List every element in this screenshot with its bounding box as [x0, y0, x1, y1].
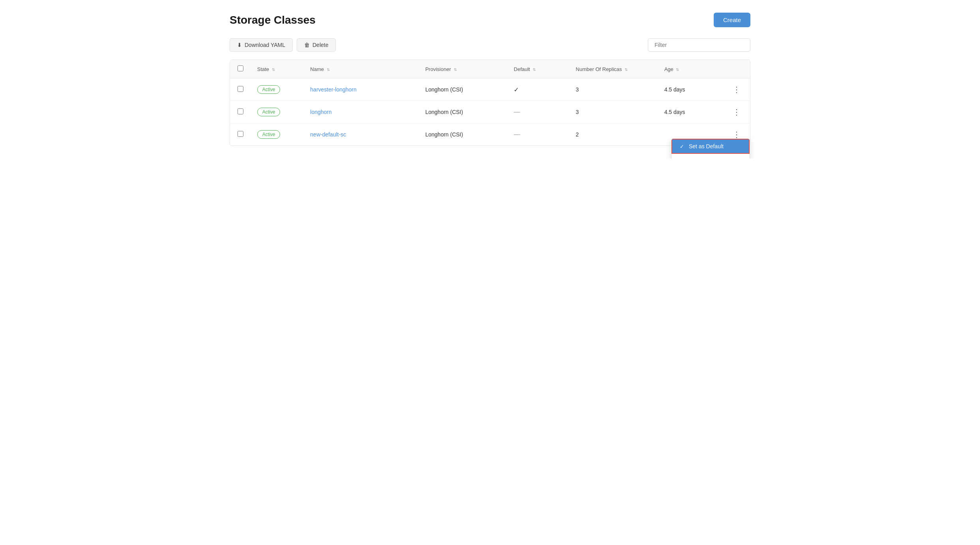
- row-actions-cell: ⋮: [720, 101, 750, 123]
- download-yaml-button[interactable]: ⬇ Download YAML: [230, 38, 293, 52]
- table-row: Active new-default-sc Longhorn (CSI) — 2: [230, 123, 750, 146]
- set-default-icon: ✓: [679, 144, 685, 149]
- row-more-button[interactable]: ⋮: [729, 130, 744, 139]
- row-default-cell: —: [507, 123, 569, 146]
- table-row: Active longhorn Longhorn (CSI) — 3: [230, 101, 750, 123]
- col-header-actions: [720, 60, 750, 78]
- col-header-name[interactable]: Name ⇅: [304, 60, 419, 78]
- edit-config-label: Edit Config: [689, 158, 716, 159]
- row-name-cell: harvester-longhorn: [304, 78, 419, 101]
- row-checkbox[interactable]: [238, 131, 243, 137]
- page-title: Storage Classes: [230, 14, 316, 26]
- row-name-link[interactable]: longhorn: [310, 109, 332, 115]
- col-header-state[interactable]: State ⇅: [251, 60, 304, 78]
- set-as-default-label: Set as Default: [689, 143, 724, 149]
- edit-config-icon: ✎: [679, 159, 685, 159]
- row-age-cell: 4.5 days: [658, 78, 720, 101]
- row-provisioner-cell: Longhorn (CSI): [419, 78, 507, 101]
- row-provisioner-cell: Longhorn (CSI): [419, 101, 507, 123]
- sort-name-icon: ⇅: [327, 67, 330, 72]
- row-checkbox-cell: [230, 123, 251, 146]
- delete-button[interactable]: 🗑 Delete: [297, 38, 336, 52]
- table-body: Active harvester-longhorn Longhorn (CSI)…: [230, 78, 750, 146]
- table-wrapper: State ⇅ Name ⇅ Provisioner ⇅ Default ⇅: [230, 60, 750, 146]
- context-menu: ✓ Set as Default ✎ Edit Config 📄 Edit YA…: [671, 138, 750, 159]
- default-dash: —: [514, 108, 520, 115]
- row-actions-cell: ⋮: [720, 78, 750, 101]
- filter-input[interactable]: [648, 38, 750, 52]
- sort-state-icon: ⇅: [272, 67, 275, 72]
- storage-classes-table: State ⇅ Name ⇅ Provisioner ⇅ Default ⇅: [230, 60, 750, 146]
- select-all-header: [230, 60, 251, 78]
- col-header-default[interactable]: Default ⇅: [507, 60, 569, 78]
- row-name-link[interactable]: new-default-sc: [310, 131, 346, 138]
- row-provisioner-cell: Longhorn (CSI): [419, 123, 507, 146]
- row-more-button[interactable]: ⋮: [729, 85, 744, 94]
- status-badge: Active: [257, 130, 281, 139]
- toolbar: ⬇ Download YAML 🗑 Delete: [230, 38, 750, 52]
- table-row: Active harvester-longhorn Longhorn (CSI)…: [230, 78, 750, 101]
- row-state-cell: Active: [251, 78, 304, 101]
- row-default-cell: ✓: [507, 78, 569, 101]
- default-check-icon: ✓: [514, 86, 519, 93]
- status-badge: Active: [257, 108, 281, 116]
- set-as-default-menu-item[interactable]: ✓ Set as Default: [671, 139, 750, 154]
- row-name-link[interactable]: harvester-longhorn: [310, 86, 357, 93]
- toolbar-left: ⬇ Download YAML 🗑 Delete: [230, 38, 336, 52]
- create-button[interactable]: Create: [714, 13, 750, 27]
- row-actions-cell: ⋮ ✓ Set as Default ✎ Edit Config: [720, 123, 750, 146]
- row-age-cell: 4.5 days: [658, 101, 720, 123]
- row-checkbox[interactable]: [238, 86, 243, 92]
- row-replicas-cell: 3: [569, 78, 658, 101]
- table-header: State ⇅ Name ⇅ Provisioner ⇅ Default ⇅: [230, 60, 750, 78]
- delete-icon: 🗑: [304, 42, 310, 48]
- row-more-button[interactable]: ⋮: [729, 107, 744, 117]
- sort-prov-icon: ⇅: [454, 67, 457, 72]
- col-header-provisioner[interactable]: Provisioner ⇅: [419, 60, 507, 78]
- row-replicas-cell: 2: [569, 123, 658, 146]
- col-header-replicas[interactable]: Number Of Replicas ⇅: [569, 60, 658, 78]
- row-checkbox-cell: [230, 101, 251, 123]
- download-yaml-label: Download YAML: [245, 42, 285, 48]
- row-name-cell: new-default-sc: [304, 123, 419, 146]
- sort-default-icon: ⇅: [533, 67, 536, 72]
- row-checkbox-cell: [230, 78, 251, 101]
- row-name-cell: longhorn: [304, 101, 419, 123]
- row-checkbox[interactable]: [238, 108, 243, 114]
- download-icon: ⬇: [237, 42, 242, 48]
- sort-age-icon: ⇅: [676, 67, 679, 72]
- row-state-cell: Active: [251, 101, 304, 123]
- select-all-checkbox[interactable]: [238, 65, 243, 71]
- row-state-cell: Active: [251, 123, 304, 146]
- col-header-age[interactable]: Age ⇅: [658, 60, 720, 78]
- sort-replicas-icon: ⇅: [625, 67, 628, 72]
- row-replicas-cell: 3: [569, 101, 658, 123]
- delete-label: Delete: [312, 42, 328, 48]
- edit-config-menu-item[interactable]: ✎ Edit Config: [671, 154, 750, 159]
- row-default-cell: —: [507, 101, 569, 123]
- status-badge: Active: [257, 85, 281, 94]
- default-dash: —: [514, 131, 520, 138]
